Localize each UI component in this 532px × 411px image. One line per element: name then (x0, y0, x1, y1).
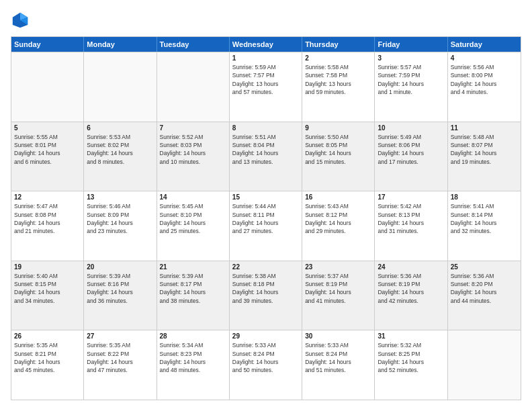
calendar-header-day: Wednesday (230, 37, 302, 52)
calendar-header-day: Friday (375, 37, 447, 52)
cell-info: Sunrise: 5:33 AM Sunset: 8:24 PM Dayligh… (305, 341, 371, 374)
day-number: 22 (232, 263, 299, 271)
calendar-cell: 6Sunrise: 5:53 AM Sunset: 8:02 PM Daylig… (84, 122, 157, 191)
cell-info: Sunrise: 5:49 AM Sunset: 8:06 PM Dayligh… (378, 133, 444, 166)
cell-info: Sunrise: 5:39 AM Sunset: 8:16 PM Dayligh… (87, 272, 153, 305)
calendar-cell: 10Sunrise: 5:49 AM Sunset: 8:06 PM Dayli… (375, 122, 447, 191)
calendar-cell: 27Sunrise: 5:35 AM Sunset: 8:22 PM Dayli… (84, 330, 157, 400)
calendar-header: SundayMondayTuesdayWednesdayThursdayFrid… (11, 37, 521, 52)
calendar-cell: 24Sunrise: 5:36 AM Sunset: 8:19 PM Dayli… (375, 261, 447, 330)
day-number: 20 (87, 263, 153, 271)
cell-info: Sunrise: 5:42 AM Sunset: 8:13 PM Dayligh… (378, 202, 444, 235)
calendar-cell: 7Sunrise: 5:52 AM Sunset: 8:03 PM Daylig… (157, 122, 230, 191)
calendar-cell: 14Sunrise: 5:45 AM Sunset: 8:10 PM Dayli… (157, 191, 230, 261)
cell-info: Sunrise: 5:35 AM Sunset: 8:22 PM Dayligh… (87, 341, 153, 374)
day-number: 1 (232, 54, 299, 62)
cell-info: Sunrise: 5:33 AM Sunset: 8:24 PM Dayligh… (232, 341, 299, 374)
calendar-cell: 17Sunrise: 5:42 AM Sunset: 8:13 PM Dayli… (375, 191, 447, 261)
calendar-cell (157, 52, 230, 122)
day-number: 9 (305, 124, 371, 132)
cell-info: Sunrise: 5:44 AM Sunset: 8:11 PM Dayligh… (232, 202, 299, 235)
calendar-cell: 13Sunrise: 5:46 AM Sunset: 8:09 PM Dayli… (84, 191, 157, 261)
day-number: 15 (232, 193, 299, 201)
cell-info: Sunrise: 5:32 AM Sunset: 8:25 PM Dayligh… (378, 341, 444, 374)
calendar-cell: 2Sunrise: 5:58 AM Sunset: 7:58 PM Daylig… (302, 52, 375, 122)
day-number: 23 (305, 263, 371, 271)
day-number: 27 (87, 332, 153, 340)
cell-info: Sunrise: 5:50 AM Sunset: 8:05 PM Dayligh… (305, 133, 371, 166)
cell-info: Sunrise: 5:43 AM Sunset: 8:12 PM Dayligh… (305, 202, 371, 235)
cell-info: Sunrise: 5:41 AM Sunset: 8:14 PM Dayligh… (451, 202, 518, 235)
cell-info: Sunrise: 5:58 AM Sunset: 7:58 PM Dayligh… (305, 63, 371, 96)
cell-info: Sunrise: 5:37 AM Sunset: 8:19 PM Dayligh… (305, 272, 371, 305)
calendar-cell: 31Sunrise: 5:32 AM Sunset: 8:25 PM Dayli… (375, 330, 447, 400)
cell-info: Sunrise: 5:57 AM Sunset: 7:59 PM Dayligh… (378, 63, 444, 96)
day-number: 7 (160, 124, 226, 132)
day-number: 4 (451, 54, 518, 62)
cell-info: Sunrise: 5:40 AM Sunset: 8:15 PM Dayligh… (14, 272, 81, 305)
calendar-header-day: Thursday (302, 37, 375, 52)
day-number: 11 (451, 124, 518, 132)
day-number: 18 (451, 193, 518, 201)
logo (11, 11, 32, 30)
calendar-week-2: 5Sunrise: 5:55 AM Sunset: 8:01 PM Daylig… (11, 122, 521, 191)
cell-info: Sunrise: 5:48 AM Sunset: 8:07 PM Dayligh… (451, 133, 518, 166)
calendar-cell: 18Sunrise: 5:41 AM Sunset: 8:14 PM Dayli… (448, 191, 521, 261)
cell-info: Sunrise: 5:56 AM Sunset: 8:00 PM Dayligh… (451, 63, 518, 96)
day-number: 17 (378, 193, 444, 201)
calendar-cell: 28Sunrise: 5:34 AM Sunset: 8:23 PM Dayli… (157, 330, 230, 400)
cell-info: Sunrise: 5:46 AM Sunset: 8:09 PM Dayligh… (87, 202, 153, 235)
calendar-cell: 15Sunrise: 5:44 AM Sunset: 8:11 PM Dayli… (230, 191, 302, 261)
calendar-cell: 19Sunrise: 5:40 AM Sunset: 8:15 PM Dayli… (11, 261, 84, 330)
calendar-week-5: 26Sunrise: 5:35 AM Sunset: 8:21 PM Dayli… (11, 330, 521, 400)
calendar-cell: 4Sunrise: 5:56 AM Sunset: 8:00 PM Daylig… (448, 52, 521, 122)
calendar-cell: 3Sunrise: 5:57 AM Sunset: 7:59 PM Daylig… (375, 52, 447, 122)
day-number: 12 (14, 193, 81, 201)
day-number: 8 (232, 124, 299, 132)
calendar-cell: 5Sunrise: 5:55 AM Sunset: 8:01 PM Daylig… (11, 122, 84, 191)
calendar-week-4: 19Sunrise: 5:40 AM Sunset: 8:15 PM Dayli… (11, 261, 521, 330)
header (11, 11, 521, 30)
cell-info: Sunrise: 5:47 AM Sunset: 8:08 PM Dayligh… (14, 202, 81, 235)
day-number: 29 (232, 332, 299, 340)
cell-info: Sunrise: 5:38 AM Sunset: 8:18 PM Dayligh… (232, 272, 299, 305)
day-number: 30 (305, 332, 371, 340)
calendar-header-day: Monday (84, 37, 157, 52)
calendar-header-day: Sunday (11, 37, 84, 52)
calendar-cell: 25Sunrise: 5:36 AM Sunset: 8:20 PM Dayli… (448, 261, 521, 330)
cell-info: Sunrise: 5:53 AM Sunset: 8:02 PM Dayligh… (87, 133, 153, 166)
cell-info: Sunrise: 5:36 AM Sunset: 8:20 PM Dayligh… (451, 272, 518, 305)
day-number: 21 (160, 263, 226, 271)
calendar-cell: 9Sunrise: 5:50 AM Sunset: 8:05 PM Daylig… (302, 122, 375, 191)
calendar-cell: 1Sunrise: 5:59 AM Sunset: 7:57 PM Daylig… (230, 52, 302, 122)
cell-info: Sunrise: 5:36 AM Sunset: 8:19 PM Dayligh… (378, 272, 444, 305)
day-number: 5 (14, 124, 81, 132)
calendar-cell: 30Sunrise: 5:33 AM Sunset: 8:24 PM Dayli… (302, 330, 375, 400)
calendar-cell: 21Sunrise: 5:39 AM Sunset: 8:17 PM Dayli… (157, 261, 230, 330)
day-number: 10 (378, 124, 444, 132)
calendar: SundayMondayTuesdayWednesdayThursdayFrid… (11, 36, 521, 400)
calendar-cell (84, 52, 157, 122)
cell-info: Sunrise: 5:59 AM Sunset: 7:57 PM Dayligh… (232, 63, 299, 96)
logo-icon (11, 11, 30, 30)
cell-info: Sunrise: 5:34 AM Sunset: 8:23 PM Dayligh… (160, 341, 226, 374)
cell-info: Sunrise: 5:51 AM Sunset: 8:04 PM Dayligh… (232, 133, 299, 166)
calendar-cell: 26Sunrise: 5:35 AM Sunset: 8:21 PM Dayli… (11, 330, 84, 400)
calendar-cell: 22Sunrise: 5:38 AM Sunset: 8:18 PM Dayli… (230, 261, 302, 330)
calendar-cell: 12Sunrise: 5:47 AM Sunset: 8:08 PM Dayli… (11, 191, 84, 261)
page: SundayMondayTuesdayWednesdayThursdayFrid… (0, 0, 532, 411)
day-number: 16 (305, 193, 371, 201)
cell-info: Sunrise: 5:55 AM Sunset: 8:01 PM Dayligh… (14, 133, 81, 166)
cell-info: Sunrise: 5:39 AM Sunset: 8:17 PM Dayligh… (160, 272, 226, 305)
calendar-cell: 11Sunrise: 5:48 AM Sunset: 8:07 PM Dayli… (448, 122, 521, 191)
day-number: 14 (160, 193, 226, 201)
calendar-body: 1Sunrise: 5:59 AM Sunset: 7:57 PM Daylig… (11, 52, 521, 400)
cell-info: Sunrise: 5:35 AM Sunset: 8:21 PM Dayligh… (14, 341, 81, 374)
calendar-cell: 16Sunrise: 5:43 AM Sunset: 8:12 PM Dayli… (302, 191, 375, 261)
day-number: 28 (160, 332, 226, 340)
day-number: 19 (14, 263, 81, 271)
calendar-cell: 29Sunrise: 5:33 AM Sunset: 8:24 PM Dayli… (230, 330, 302, 400)
calendar-header-day: Saturday (448, 37, 521, 52)
calendar-cell (448, 330, 521, 400)
cell-info: Sunrise: 5:52 AM Sunset: 8:03 PM Dayligh… (160, 133, 226, 166)
